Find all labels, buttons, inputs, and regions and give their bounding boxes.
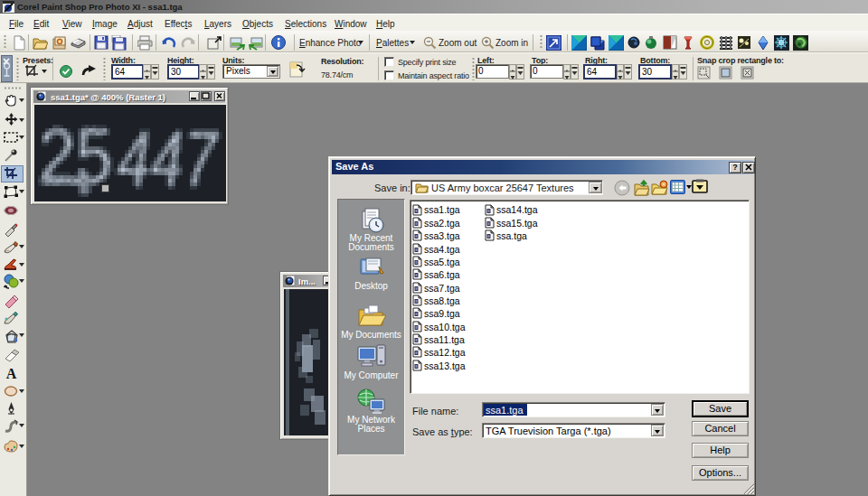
svg-text:A: A — [6, 366, 17, 381]
